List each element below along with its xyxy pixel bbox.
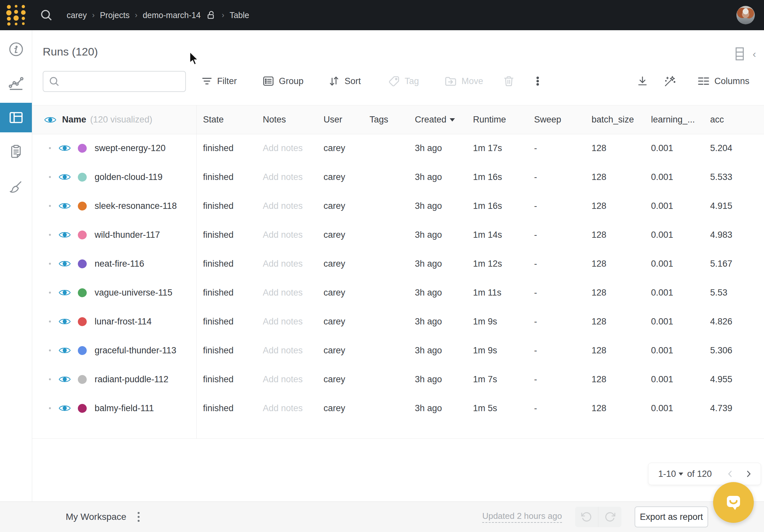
filter-button[interactable]: Filter [201,71,237,91]
workspace-name[interactable]: My Workspace [66,512,126,522]
eye-icon[interactable] [59,375,71,384]
table-row[interactable]: wild-thunder-117 finished Add notes care… [32,220,764,249]
row-handle[interactable] [49,349,51,351]
header-user[interactable]: User [317,114,363,125]
cell-notes[interactable]: Add notes [256,143,317,153]
row-handle[interactable] [49,291,51,293]
workspace-menu-button[interactable] [136,510,141,524]
eye-icon[interactable] [59,260,71,268]
move-button[interactable]: Move [445,71,483,91]
header-acc[interactable]: acc [703,114,764,125]
header-runtime[interactable]: Runtime [467,114,527,125]
undo-button[interactable] [575,507,598,527]
cell-notes[interactable]: Add notes [256,230,317,240]
table-row[interactable]: radiant-puddle-112 finished Add notes ca… [32,365,764,394]
row-handle[interactable] [49,263,51,265]
row-handle[interactable] [49,234,51,236]
run-name[interactable]: wild-thunder-117 [95,230,160,240]
eye-icon[interactable] [59,288,71,297]
eye-icon[interactable] [59,144,71,152]
run-name[interactable]: neat-fire-116 [95,259,144,269]
page-size-dropdown[interactable]: 1-10 [658,469,683,479]
eye-icon[interactable] [44,115,56,124]
global-search-button[interactable] [40,9,53,22]
export-as-report-button[interactable]: Export as report [635,506,708,527]
sidebar-item-table[interactable] [0,103,32,132]
sidebar-item-sweeps[interactable] [0,172,32,202]
header-tags[interactable]: Tags [363,114,408,125]
row-handle[interactable] [49,378,51,380]
run-name[interactable]: vague-universe-115 [95,288,172,298]
cell-notes[interactable]: Add notes [256,201,317,211]
breadcrumb-tab-table[interactable]: Table [230,11,249,20]
table-row[interactable]: vague-universe-115 finished Add notes ca… [32,278,764,307]
run-name[interactable]: lunar-frost-114 [95,317,152,327]
cell-notes[interactable]: Add notes [256,317,317,327]
run-name[interactable]: radiant-puddle-112 [95,374,168,385]
breadcrumb-entity[interactable]: carey [67,11,87,20]
more-actions-button[interactable] [532,71,543,91]
breadcrumb-project[interactable]: demo-march-14 [142,11,200,20]
eye-icon[interactable] [59,173,71,181]
cell-notes[interactable]: Add notes [256,345,317,356]
run-name[interactable]: golden-cloud-119 [95,172,163,182]
row-handle[interactable] [49,407,51,409]
chat-support-button[interactable] [713,482,754,523]
run-name[interactable]: balmy-field-111 [95,403,154,414]
row-handle[interactable] [49,147,51,149]
user-avatar[interactable] [736,6,755,24]
wandb-logo[interactable] [0,4,32,26]
eye-icon[interactable] [59,231,71,239]
magic-wand-button[interactable] [664,71,676,91]
updated-timestamp[interactable]: Updated 2 hours ago [482,511,562,523]
eye-icon[interactable] [59,317,71,326]
table-row[interactable]: swept-energy-120 finished Add notes care… [32,134,764,163]
table-row[interactable]: graceful-thunder-113 finished Add notes … [32,336,764,365]
sidebar-item-charts[interactable] [0,68,32,98]
collapse-panel-icon[interactable]: ‹ [752,49,756,59]
column-divider[interactable] [196,105,197,439]
table-row[interactable]: sleek-resonance-118 finished Add notes c… [32,191,764,220]
header-learning-rate[interactable]: learning_... [645,114,703,125]
sidebar-item-notes[interactable] [0,137,32,166]
header-name[interactable]: Name (120 visualized) [32,114,196,125]
runs-search-input[interactable] [64,76,181,87]
row-handle[interactable] [49,176,51,178]
delete-button[interactable] [503,71,515,91]
header-created[interactable]: Created [408,114,467,125]
cell-notes[interactable]: Add notes [256,403,317,414]
sidebar-item-overview[interactable] [0,35,32,64]
cell-notes[interactable]: Add notes [256,172,317,182]
columns-button[interactable]: Columns [697,71,750,91]
panel-layout-icon[interactable] [735,47,744,61]
table-row[interactable]: balmy-field-111 finished Add notes carey… [32,394,764,423]
run-name[interactable]: sleek-resonance-118 [95,201,177,211]
cell-notes[interactable]: Add notes [256,374,317,385]
table-row[interactable]: lunar-frost-114 finished Add notes carey… [32,307,764,336]
eye-icon[interactable] [59,404,71,413]
eye-icon[interactable] [59,202,71,210]
sort-button[interactable]: Sort [328,71,361,91]
export-csv-button[interactable] [637,71,649,91]
eye-icon[interactable] [59,346,71,355]
prev-page-button[interactable] [725,469,735,479]
redo-icon [604,511,616,522]
redo-button[interactable] [598,507,622,527]
header-state[interactable]: State [196,114,256,125]
cell-notes[interactable]: Add notes [256,259,317,269]
breadcrumb-projects[interactable]: Projects [100,11,129,20]
tag-button[interactable]: Tag [388,71,419,91]
header-batch-size[interactable]: batch_size [585,114,645,125]
run-name[interactable]: graceful-thunder-113 [95,345,176,356]
table-row[interactable]: neat-fire-116 finished Add notes carey 3… [32,249,764,278]
cell-user: carey [317,317,363,327]
header-notes[interactable]: Notes [256,114,317,125]
row-handle[interactable] [49,205,51,207]
group-button[interactable]: Group [263,71,303,91]
row-handle[interactable] [49,320,51,322]
header-sweep[interactable]: Sweep [527,114,585,125]
run-name[interactable]: swept-energy-120 [95,143,165,153]
table-row[interactable]: golden-cloud-119 finished Add notes care… [32,163,764,191]
next-page-button[interactable] [744,469,753,479]
cell-notes[interactable]: Add notes [256,288,317,298]
